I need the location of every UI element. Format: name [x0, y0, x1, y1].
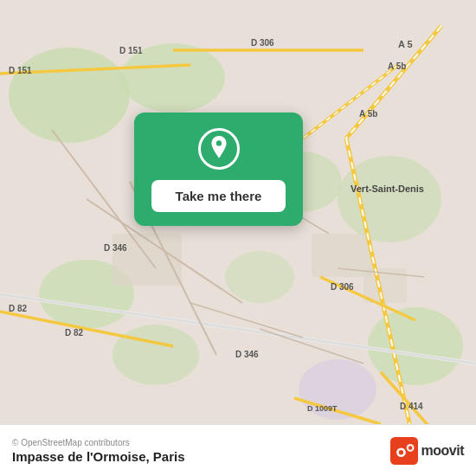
svg-point-53 [398, 450, 402, 454]
moovit-logo: moovit [390, 437, 464, 465]
svg-text:D 82: D 82 [65, 328, 84, 338]
moovit-brand-icon [390, 437, 418, 465]
svg-text:A 5b: A 5b [359, 109, 377, 119]
svg-text:D 306: D 306 [251, 38, 274, 48]
svg-point-54 [408, 446, 411, 449]
svg-text:D 346: D 346 [104, 243, 127, 253]
svg-point-9 [225, 251, 294, 303]
location-icon-wrapper [198, 128, 240, 170]
osm-credit: © OpenStreetMap contributors [12, 438, 185, 447]
svg-point-49 [215, 140, 221, 145]
moovit-label: moovit [421, 443, 464, 459]
take-me-there-button[interactable]: Take me there [151, 180, 286, 212]
svg-text:D 306: D 306 [331, 282, 354, 292]
map-container: A 5 A 5b A 5b D 151 D 151 D 306 D 306 D … [0, 0, 476, 476]
svg-text:Vert-Saint-Denis: Vert-Saint-Denis [351, 183, 424, 194]
svg-text:A 5b: A 5b [388, 61, 406, 71]
map-background: A 5 A 5b A 5b D 151 D 151 D 306 D 306 D … [0, 0, 476, 476]
bottom-bar: © OpenStreetMap contributors Impasse de … [0, 424, 476, 476]
popup-card: Take me there [134, 113, 303, 226]
svg-point-4 [113, 325, 199, 385]
svg-text:D 1009T: D 1009T [307, 404, 338, 413]
location-pin-icon [208, 136, 230, 162]
svg-point-1 [9, 48, 130, 143]
svg-text:D 414: D 414 [400, 402, 423, 411]
svg-rect-10 [113, 234, 182, 286]
svg-text:D 151: D 151 [9, 66, 32, 75]
svg-text:D 151: D 151 [119, 46, 143, 55]
bottom-info: © OpenStreetMap contributors Impasse de … [12, 438, 185, 464]
svg-text:D 346: D 346 [235, 350, 259, 359]
svg-text:A 5: A 5 [398, 39, 413, 49]
location-name: Impasse de l'Ormoise, Paris [12, 449, 185, 464]
svg-text:D 82: D 82 [9, 304, 28, 313]
